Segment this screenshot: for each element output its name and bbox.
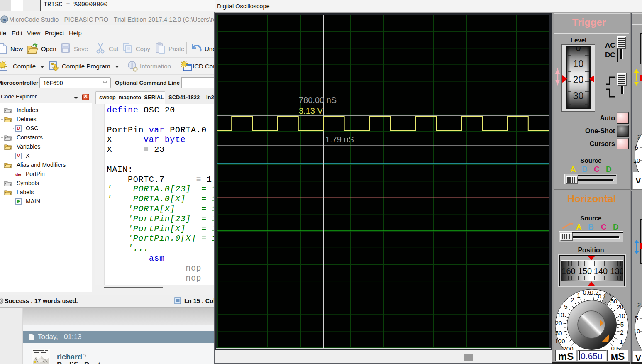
svg-text:10: 10 [633,327,640,335]
svg-text:0.2: 0.2 [590,289,599,296]
svg-text:2: 2 [637,133,641,140]
svg-text:5: 5 [564,303,567,310]
svg-text:0.1: 0.1 [598,293,607,300]
svg-text:50: 50 [555,330,562,337]
svg-text:5: 5 [635,315,638,322]
svg-text:2: 2 [637,301,641,308]
svg-text:10: 10 [633,157,640,164]
svg-text:3.13 V: 3.13 V [299,106,323,115]
svg-text:780.00 nS: 780.00 nS [299,95,337,105]
svg-text:1.79 uS: 1.79 uS [325,135,354,144]
svg-text:V: V [635,176,641,185]
svg-text:10: 10 [618,312,625,319]
svg-text:20: 20 [555,320,562,327]
svg-text:1: 1 [577,292,580,299]
svg-text:1: 1 [620,338,623,345]
svg-text:5: 5 [620,321,624,328]
svg-text:2: 2 [620,329,623,336]
svg-text:2: 2 [571,296,574,303]
svg-text:100: 100 [554,337,565,344]
svg-text:10: 10 [557,311,564,318]
svg-text:5: 5 [635,144,638,151]
svg-text:20: 20 [617,303,624,310]
svg-text:m: m [2,17,6,22]
